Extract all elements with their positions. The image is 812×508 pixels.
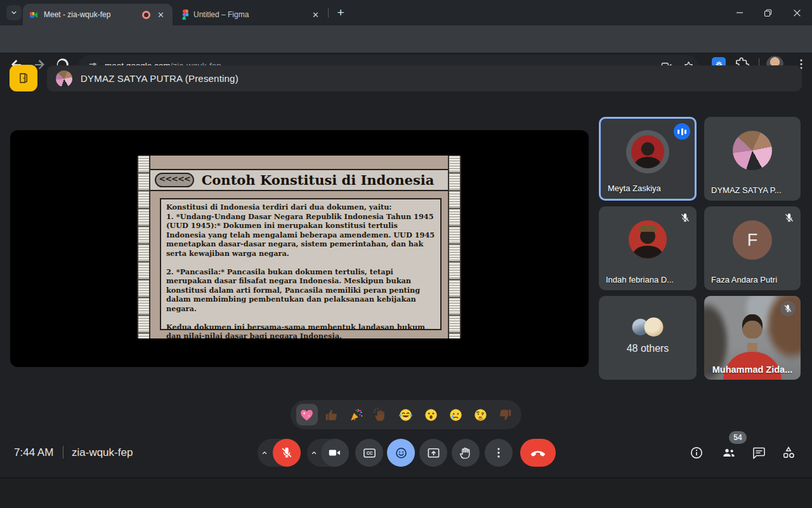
present-icon	[426, 446, 441, 460]
camera-control-group	[307, 439, 349, 467]
meeting-code: zia-wquk-fep	[72, 446, 133, 459]
shared-slide: <<<<< Contoh Konstitusi di Indonesia Kon…	[137, 156, 461, 338]
slide-content-area: <<<<< Contoh Konstitusi di Indonesia Kon…	[150, 156, 448, 338]
meeting-details-button[interactable]	[689, 445, 704, 460]
mic-options-button[interactable]	[258, 448, 272, 458]
avatar	[645, 318, 664, 337]
new-tab-button[interactable]: +	[332, 5, 349, 20]
participant-tile-meyta[interactable]: Meyta Zaskiya	[599, 117, 697, 201]
door-icon	[16, 71, 30, 85]
mic-off-icon	[280, 446, 294, 460]
reactions-bar	[291, 400, 521, 429]
avatar-initial: F	[733, 220, 772, 260]
captions-button[interactable]: CC	[355, 439, 383, 467]
present-screen-button[interactable]	[419, 439, 447, 467]
tab-title: Untitled – Figma	[193, 10, 305, 19]
windows-taskbar: 25°C Berawan Search 25 L 07:44 19/04/202…	[0, 478, 812, 508]
reaction-party-popper[interactable]	[346, 404, 367, 425]
restore-icon	[764, 9, 772, 17]
svg-text:CC: CC	[366, 451, 372, 455]
tab-search-button[interactable]	[6, 5, 22, 20]
reactions-button[interactable]	[387, 439, 415, 467]
overflow-participants-tile[interactable]: 48 others	[599, 296, 697, 380]
mute-microphone-button[interactable]	[273, 439, 301, 467]
surprised-face-icon	[423, 407, 439, 423]
overflow-avatars	[632, 318, 664, 337]
participant-tile-dymaz[interactable]: DYMAZ SATYA P...	[704, 117, 801, 201]
toolbar-content-divider	[0, 53, 812, 53]
reaction-crying[interactable]	[445, 404, 466, 425]
camera-button[interactable]	[321, 439, 349, 467]
slide-paragraph: Konstitusi di Indonesia terdiri dari dua…	[166, 203, 435, 212]
tab-title: Meet - zia-wquk-fep	[44, 10, 137, 19]
close-icon	[793, 9, 801, 17]
activities-button[interactable]	[781, 445, 796, 460]
participant-name: Meyta Zaskiya	[608, 184, 661, 193]
meeting-clock: 7:44 AM	[14, 446, 53, 459]
more-options-button[interactable]	[485, 439, 513, 467]
slide-title: Contoh Konstitusi di Indonesia	[194, 172, 448, 188]
reaction-surprised[interactable]	[420, 404, 442, 425]
presenter-name: DYMAZ SATYA PUTRA (Presenting)	[81, 73, 239, 84]
raise-hand-button[interactable]	[452, 439, 480, 467]
chevron-down-icon	[10, 9, 18, 17]
participant-count-badge: 54	[729, 431, 747, 444]
slide-top-band	[150, 156, 448, 170]
reaction-thinking[interactable]	[469, 404, 491, 425]
party-popper-icon	[348, 407, 364, 423]
mic-off-icon	[679, 212, 691, 224]
participant-tile-faza[interactable]: F Faza Andara Putri	[704, 206, 801, 290]
mic-off-icon	[783, 212, 795, 224]
thinking-face-icon	[473, 407, 488, 423]
presenting-banner[interactable]: DYMAZ SATYA PUTRA (Presenting)	[47, 65, 802, 91]
participant-name: DYMAZ SATYA P...	[711, 185, 782, 195]
participant-tile-zida[interactable]: Muhammad Zida...	[704, 296, 801, 380]
reaction-joy[interactable]	[395, 404, 417, 425]
scout-cap	[639, 225, 657, 232]
avatar	[631, 135, 664, 168]
slide-header: <<<<< Contoh Konstitusi di Indonesia	[150, 170, 448, 191]
avatar	[733, 131, 772, 170]
reaction-thumbs-up[interactable]	[321, 404, 343, 425]
window-minimize-button[interactable]	[726, 0, 754, 25]
captions-icon: CC	[362, 446, 377, 460]
reaction-sparkling-heart[interactable]	[296, 404, 318, 425]
camera-options-button[interactable]	[307, 448, 321, 458]
window-close-button[interactable]	[782, 0, 812, 25]
more-vertical-icon	[492, 446, 506, 460]
raised-hand-icon	[459, 446, 473, 460]
reaction-thumbs-down[interactable]	[494, 404, 516, 425]
minimize-icon	[736, 9, 743, 17]
reaction-clapping-hands[interactable]	[370, 404, 392, 425]
mic-control-group	[258, 439, 301, 467]
avatar	[629, 220, 667, 258]
clapping-hands-icon	[373, 407, 389, 423]
chat-panel-button[interactable]	[751, 445, 766, 460]
browser-toolbar: meet.google.com/zia-wquk-fep	[0, 25, 812, 53]
newspaper-strip-left	[137, 156, 150, 338]
people-panel-button[interactable]	[721, 445, 737, 460]
tab-close-button[interactable]: ✕	[310, 10, 321, 20]
meeting-room-button[interactable]	[10, 65, 37, 91]
sparkling-heart-icon	[299, 407, 315, 423]
presenter-avatar	[56, 70, 72, 87]
presentation-stage: <<<<< Contoh Konstitusi di Indonesia Kon…	[10, 130, 589, 367]
tab-close-button[interactable]: ✕	[155, 10, 166, 20]
participant-tile-indah[interactable]: Indah febriana D...	[599, 206, 697, 290]
thumbs-up-icon	[324, 407, 339, 423]
avatar-ring	[626, 130, 669, 173]
chevron-up-icon	[309, 448, 319, 458]
newspaper-strip-right	[448, 156, 461, 338]
crying-face-icon	[448, 407, 464, 423]
videocam-icon	[328, 446, 342, 460]
smiley-icon	[394, 446, 409, 460]
tab-divider	[328, 8, 329, 18]
end-call-icon	[530, 444, 546, 461]
participant-name: Faza Andara Putri	[711, 275, 777, 284]
video-person-head	[742, 314, 763, 338]
tab-meet[interactable]: Meet - zia-wquk-fep ✕	[23, 4, 173, 25]
leave-call-button[interactable]	[520, 439, 556, 467]
window-restore-button[interactable]	[754, 0, 782, 25]
tab-figma[interactable]: Untitled – Figma ✕	[175, 4, 327, 25]
speaking-indicator-icon	[674, 123, 690, 140]
